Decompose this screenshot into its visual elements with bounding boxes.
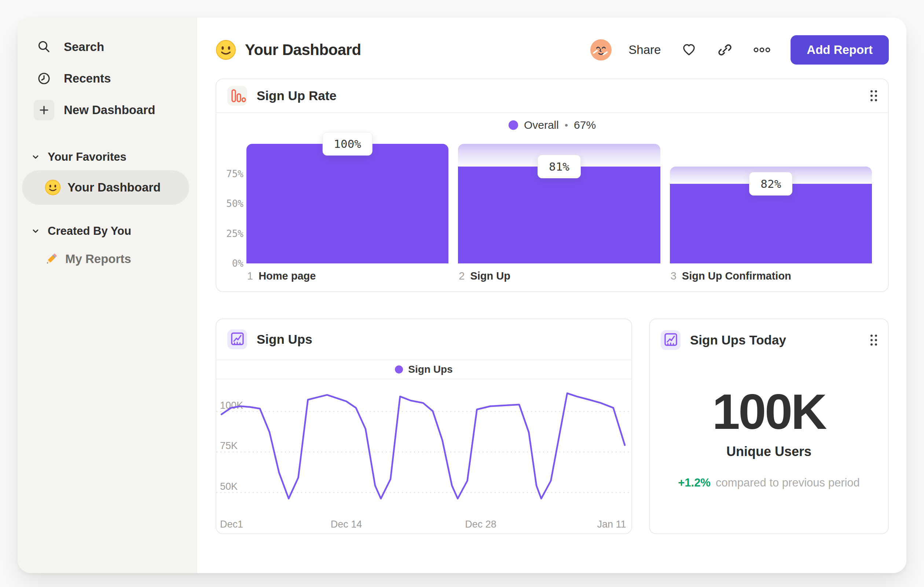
funnel-step-label: 1Home page	[247, 270, 316, 282]
funnel-step-label: 3Sign Up Confirmation	[671, 270, 791, 282]
line-chart-icon	[227, 329, 247, 349]
sign-up-rate-card: Sign Up Rate Overall • 67% 75%50%25%0% 1…	[216, 79, 889, 292]
svg-text:Dec 28: Dec 28	[465, 519, 497, 530]
add-report-button[interactable]: Add Report	[790, 35, 889, 64]
delta-value: +1.2%	[678, 476, 711, 489]
legend-dot	[508, 120, 518, 130]
more-options-icon[interactable]	[753, 42, 771, 58]
sign-ups-card: Sign Ups Sign Ups 100K75K50KDec1Dec 14De…	[216, 318, 632, 534]
funnel-step-label: 2Sign Up	[459, 270, 510, 282]
share-button[interactable]: Share	[629, 43, 661, 57]
svg-text:100K: 100K	[220, 400, 243, 411]
page-title: Your Dashboard	[245, 41, 361, 59]
line-chart-icon	[661, 330, 681, 350]
legend-label: Sign Ups	[408, 364, 452, 375]
sidebar-item-recents[interactable]: Recents	[34, 68, 190, 89]
metric-body: 100K Unique Users +1.2% compared to prev…	[650, 361, 888, 533]
search-icon	[34, 37, 54, 57]
avatar[interactable]	[590, 38, 612, 61]
funnel-bars: 100%1Home page81%2Sign Up82%3Sign Up Con…	[246, 144, 872, 263]
sidebar-item-label: Search	[64, 40, 104, 54]
funnel-bar	[246, 144, 449, 263]
funnel-legend: Overall • 67%	[216, 113, 888, 137]
sidebar-item-label: Your Dashboard	[68, 180, 161, 194]
sidebar-item-your-dashboard[interactable]: Your Dashboard	[22, 170, 189, 205]
chevron-down-icon	[31, 153, 40, 161]
funnel-step[interactable]: 82%3Sign Up Confirmation	[670, 144, 872, 263]
delta-description: compared to previous period	[716, 476, 860, 489]
app-window: Search Recents New Dashboard Your Favori…	[18, 18, 906, 573]
plus-icon	[34, 100, 54, 120]
legend-value: 67%	[574, 119, 596, 131]
favorites-section-header[interactable]: Your Favorites	[31, 149, 190, 165]
sidebar-item-label: Recents	[64, 71, 111, 86]
section-label: Created By You	[48, 225, 131, 238]
dashboard-header: Your Dashboard Share	[216, 34, 889, 66]
legend-dot	[395, 365, 403, 374]
metric-label: Unique Users	[726, 444, 812, 459]
card-title: Sign Up Rate	[257, 88, 337, 103]
pencil-emoji-icon	[44, 252, 59, 266]
funnel-value-tooltip: 100%	[322, 132, 373, 155]
sign-ups-today-card: Sign Ups Today 100K Unique Users +1.2% c…	[649, 318, 889, 534]
funnel-step[interactable]: 81%2Sign Up	[458, 144, 660, 263]
sidebar-item-label: My Reports	[65, 252, 131, 266]
clock-icon	[34, 68, 54, 89]
legend-separator: •	[565, 120, 568, 131]
metric-value: 100K	[712, 383, 825, 440]
svg-text:75K: 75K	[220, 440, 238, 451]
sidebar-item-search[interactable]: Search	[34, 36, 190, 58]
sidebar-item-label: New Dashboard	[64, 103, 155, 117]
funnel-value-tooltip: 82%	[749, 172, 792, 195]
sidebar: Search Recents New Dashboard Your Favori…	[18, 18, 197, 573]
copy-link-icon[interactable]	[717, 42, 733, 58]
legend-label: Overall	[524, 119, 559, 131]
card-title: Sign Ups	[257, 332, 312, 347]
funnel-y-tick: 0%	[232, 258, 243, 269]
line-legend: Sign Ups	[216, 360, 631, 379]
drag-handle-icon[interactable]	[870, 334, 878, 347]
funnel-chart: 75%50%25%0% 100%1Home page81%2Sign Up82%…	[226, 144, 872, 263]
funnel-y-tick: 75%	[226, 169, 243, 179]
section-label: Your Favorites	[48, 150, 127, 164]
funnel-y-axis: 75%50%25%0%	[226, 144, 243, 263]
card-header: Sign Ups Today	[650, 319, 888, 361]
funnel-step[interactable]: 100%1Home page	[246, 144, 449, 263]
chevron-down-icon	[31, 227, 40, 235]
svg-text:Dec1: Dec1	[220, 519, 243, 530]
sidebar-item-new-dashboard[interactable]: New Dashboard	[34, 99, 190, 121]
favorite-heart-icon[interactable]	[681, 42, 697, 58]
sidebar-item-my-reports[interactable]: My Reports	[34, 249, 190, 269]
metric-delta: +1.2% compared to previous period	[678, 476, 860, 489]
bar-chart-icon	[227, 86, 247, 106]
card-header: Sign Ups	[216, 319, 631, 360]
funnel-value-tooltip: 81%	[538, 155, 581, 178]
signups-line-svg: 100K75K50KDec1Dec 14Dec 28Jan 11	[216, 379, 630, 533]
funnel-y-tick: 25%	[226, 228, 243, 239]
svg-text:Jan 11: Jan 11	[597, 519, 626, 530]
funnel-bar	[670, 184, 872, 263]
svg-text:50K: 50K	[220, 481, 238, 492]
svg-text:Dec 14: Dec 14	[331, 519, 362, 530]
created-section-header[interactable]: Created By You	[31, 223, 190, 239]
smiley-emoji-icon	[216, 40, 236, 60]
card-header: Sign Up Rate	[216, 79, 888, 113]
smiley-emoji-icon	[45, 179, 61, 195]
drag-handle-icon[interactable]	[870, 89, 878, 103]
funnel-y-tick: 50%	[226, 198, 243, 209]
card-title: Sign Ups Today	[690, 333, 786, 347]
main-content: Your Dashboard Share	[197, 18, 906, 573]
funnel-bar	[458, 167, 660, 263]
